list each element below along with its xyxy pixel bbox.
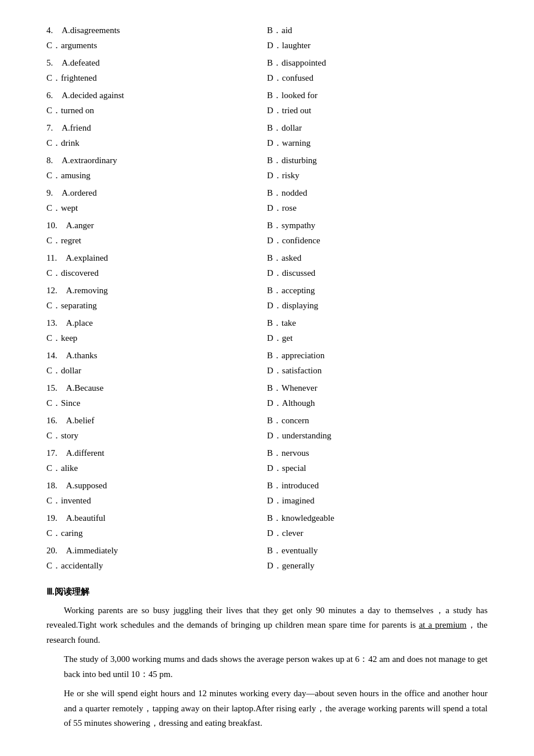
question-c: C．caring <box>46 526 267 541</box>
question-a: 15. A.Because <box>46 381 267 396</box>
question-block: 4. A.disagreementsB．aidC．argumentsD．laug… <box>46 23 488 55</box>
question-a: 18. A.supposed <box>46 478 267 494</box>
question-b: B．nervous <box>267 446 488 461</box>
question-c: C．amusing <box>46 168 267 183</box>
question-c: C．frightened <box>46 71 267 86</box>
question-block: 14. A.thanksB．appreciationC．dollarD．sati… <box>46 348 488 380</box>
question-a: 4. A.disagreements <box>46 23 267 38</box>
question-b: B．disappointed <box>267 56 488 71</box>
question-block: 6. A.decided againstB．looked forC．turned… <box>46 88 488 120</box>
question-d: D．rose <box>267 201 488 216</box>
question-d: D．displaying <box>267 298 488 314</box>
question-block: 16. A.beliefB．concernC．storyD．understand… <box>46 413 488 445</box>
question-block: 7. A.friendB．dollarC．drinkD．warning <box>46 121 488 153</box>
question-c: C．accidentally <box>46 559 267 574</box>
question-block: 13. A.placeB．takeC．keepD．get <box>46 316 488 348</box>
question-block: 5. A.defeatedB．disappointedC．frightenedD… <box>46 56 488 88</box>
question-d: D．clever <box>267 526 488 541</box>
question-c: C．invented <box>46 494 267 509</box>
question-c: C．dollar <box>46 363 267 379</box>
question-a: 6. A.decided against <box>46 88 267 103</box>
question-b: B．aid <box>267 23 488 38</box>
question-a: 10. A.anger <box>46 218 267 233</box>
question-b: B．Whenever <box>267 381 488 396</box>
question-d: D．satisfaction <box>267 363 488 379</box>
question-b: B．looked for <box>267 88 488 103</box>
question-a: 20. A.immediately <box>46 543 267 559</box>
question-a: 9. A.ordered <box>46 186 267 201</box>
question-c: C．turned on <box>46 103 267 118</box>
question-c: C．regret <box>46 233 267 249</box>
question-b: B．nodded <box>267 186 488 201</box>
questions-container: 4. A.disagreementsB．aidC．argumentsD．laug… <box>46 23 488 575</box>
question-b: B．take <box>267 316 488 331</box>
underlined-text: at a premium <box>419 620 467 629</box>
question-c: C．wept <box>46 201 267 216</box>
reading-container: Working parents are so busy juggling the… <box>46 603 488 731</box>
question-b: B．asked <box>267 251 488 266</box>
question-b: B．knowledgeable <box>267 511 488 526</box>
question-d: D．risky <box>267 168 488 183</box>
question-block: 9. A.orderedB．noddedC．weptD．rose <box>46 186 488 218</box>
question-c: C．story <box>46 429 267 444</box>
section-title: Ⅲ.阅读理解 <box>46 585 488 600</box>
question-d: D．confidence <box>267 233 488 249</box>
question-c: C．keep <box>46 331 267 346</box>
question-c: C．arguments <box>46 38 267 53</box>
question-a: 7. A.friend <box>46 121 267 136</box>
question-c: C．alike <box>46 461 267 476</box>
question-a: 19. A.beautiful <box>46 511 267 526</box>
question-a: 14. A.thanks <box>46 348 267 363</box>
question-block: 12. A.removingB．acceptingC．separatingD．d… <box>46 283 488 315</box>
question-d: D．discussed <box>267 266 488 281</box>
question-b: B．appreciation <box>267 348 488 363</box>
question-c: C．drink <box>46 136 267 151</box>
question-block: 17. A.differentB．nervousC．alikeD．special <box>46 446 488 478</box>
question-b: B．disturbing <box>267 153 488 168</box>
question-block: 8. A.extraordinaryB．disturbingC．amusingD… <box>46 153 488 185</box>
question-b: B．eventually <box>267 543 488 559</box>
question-d: D．Although <box>267 396 488 411</box>
reading-paragraph-1: The study of 3,000 working mums and dads… <box>46 652 488 682</box>
question-d: D．special <box>267 461 488 476</box>
reading-paragraph-2: He or she will spend eight hours and 12 … <box>46 686 488 731</box>
question-block: 20. A.immediatelyB．eventuallyC．accidenta… <box>46 543 488 575</box>
question-a: 16. A.belief <box>46 413 267 429</box>
question-b: B．dollar <box>267 121 488 136</box>
question-b: B．sympathy <box>267 218 488 233</box>
question-block: 19. A.beautifulB．knowledgeableC．caringD．… <box>46 511 488 543</box>
question-d: D．laughter <box>267 38 488 53</box>
question-block: 10. A.angerB．sympathyC．regretD．confidenc… <box>46 218 488 250</box>
question-a: 8. A.extraordinary <box>46 153 267 168</box>
question-d: D．tried out <box>267 103 488 118</box>
question-d: D．get <box>267 331 488 346</box>
question-d: D．understanding <box>267 429 488 444</box>
reading-paragraph-0: Working parents are so busy juggling the… <box>46 603 488 648</box>
question-block: 15. A.BecauseB．WheneverC．SinceD．Although <box>46 381 488 413</box>
question-a: 12. A.removing <box>46 283 267 298</box>
question-b: B．introduced <box>267 478 488 494</box>
question-a: 5. A.defeated <box>46 56 267 71</box>
question-a: 11. A.explained <box>46 251 267 266</box>
question-block: 11. A.explainedB．askedC．discoveredD．disc… <box>46 251 488 283</box>
question-b: B．concern <box>267 413 488 429</box>
question-block: 18. A.supposedB．introducedC．inventedD．im… <box>46 478 488 510</box>
question-d: D．imagined <box>267 494 488 509</box>
question-c: C．separating <box>46 298 267 314</box>
question-a: 17. A.different <box>46 446 267 461</box>
question-d: D．generally <box>267 559 488 574</box>
question-c: C．Since <box>46 396 267 411</box>
question-b: B．accepting <box>267 283 488 298</box>
question-a: 13. A.place <box>46 316 267 331</box>
question-d: D．confused <box>267 71 488 86</box>
question-c: C．discovered <box>46 266 267 281</box>
question-d: D．warning <box>267 136 488 151</box>
